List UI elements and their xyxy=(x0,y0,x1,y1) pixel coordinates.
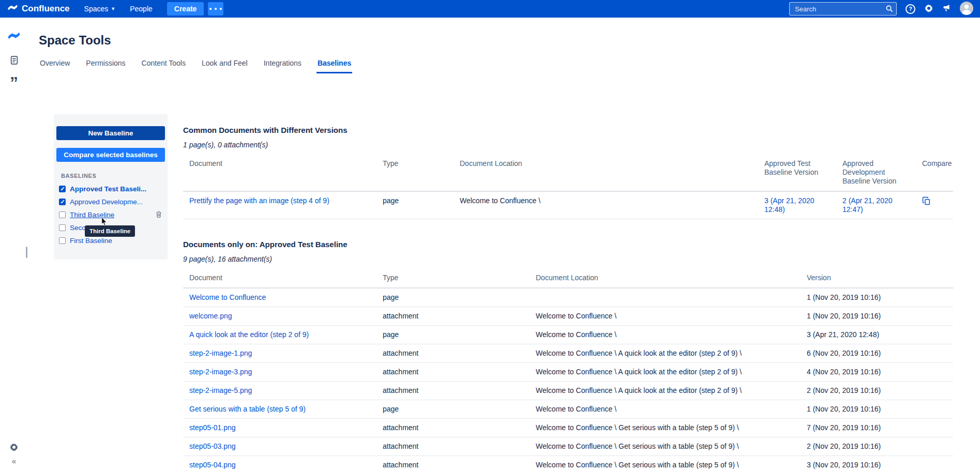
version-cell: 1 (Nov 20, 2019 10:16) xyxy=(801,307,953,326)
document-link[interactable]: step05-03.png xyxy=(189,442,236,450)
baseline-checkbox[interactable] xyxy=(59,237,66,244)
document-cell: step05-01.png xyxy=(183,419,376,437)
only-on-summary: 9 page(s), 16 attachment(s) xyxy=(183,255,953,263)
collapse-sidebar-icon[interactable]: « xyxy=(12,459,16,464)
type-cell: attachment xyxy=(376,419,530,437)
type-cell: attachment xyxy=(376,437,530,456)
space-sidebar: ” « xyxy=(0,18,28,471)
trash-icon xyxy=(155,210,162,220)
top-navbar: Confluence Spaces ▼ People Create ● ● ● … xyxy=(0,0,980,18)
compare-versions-button[interactable] xyxy=(922,196,931,207)
version-cell: 3 (Nov 20, 2019 10:16) xyxy=(801,456,953,471)
document-link[interactable]: Prettify the page with an image (step 4 … xyxy=(189,196,329,205)
settings-button[interactable] xyxy=(924,4,933,14)
table-row: Get serious with a table (step 5 of 9) p… xyxy=(183,400,953,419)
search-input[interactable] xyxy=(789,2,897,16)
type-cell: page xyxy=(376,191,454,219)
search-icon[interactable] xyxy=(885,5,893,14)
location-cell: Welcome to Confluence \ xyxy=(530,400,801,419)
space-settings-gear-icon[interactable] xyxy=(9,443,19,454)
col-compare: Compare xyxy=(916,156,953,191)
baseline-item: Approved Developme... xyxy=(56,195,165,208)
chevron-down-icon: ▼ xyxy=(111,6,115,11)
document-link[interactable]: step-2-image-5.png xyxy=(189,386,252,394)
nav-people[interactable]: People xyxy=(130,5,153,13)
baseline-checkbox[interactable] xyxy=(59,199,66,205)
tab-integrations[interactable]: Integrations xyxy=(263,59,303,73)
document-link[interactable]: Welcome to Confluence xyxy=(189,293,266,301)
more-menu-button[interactable]: ● ● ● xyxy=(208,2,223,16)
table-row: welcome.png attachment Welcome to Conflu… xyxy=(183,307,953,326)
nav-people-label: People xyxy=(130,5,153,13)
tab-content-tools[interactable]: Content Tools xyxy=(141,59,187,73)
baseline-link[interactable]: Third Baseline xyxy=(70,211,114,219)
nav-spaces[interactable]: Spaces ▼ xyxy=(84,5,116,13)
version-cell: 3 (Apr 21, 2020 12:48) xyxy=(801,326,953,344)
test-version-link[interactable]: 3 (Apr 21, 2020 12:48) xyxy=(764,196,815,214)
document-link[interactable]: Get serious with a table (step 5 of 9) xyxy=(189,405,306,413)
col-location: Document Location xyxy=(530,270,801,288)
search-box xyxy=(789,2,897,16)
blogs-quote-icon[interactable]: ” xyxy=(10,78,18,89)
location-cell: Welcome to Confluence \ xyxy=(530,307,801,326)
document-link[interactable]: welcome.png xyxy=(189,312,232,320)
document-cell: step05-04.png xyxy=(183,456,376,471)
col-test-version: Approved Test Baseline Version xyxy=(758,156,836,191)
document-link[interactable]: step05-04.png xyxy=(189,461,236,469)
col-type: Type xyxy=(376,270,530,288)
avatar-icon xyxy=(960,2,973,17)
baseline-link[interactable]: Approved Test Baseli... xyxy=(70,185,146,193)
baseline-tooltip: Third Baseline xyxy=(85,225,135,237)
document-link[interactable]: step-2-image-1.png xyxy=(189,349,252,357)
baseline-checkbox[interactable] xyxy=(59,224,66,231)
confluence-logo[interactable]: Confluence xyxy=(7,2,70,16)
table-row: step-2-image-3.png attachment Welcome to… xyxy=(183,363,953,382)
baseline-link[interactable]: First Baseline xyxy=(70,237,112,245)
col-document: Document xyxy=(183,270,376,288)
pages-icon[interactable] xyxy=(9,55,19,65)
megaphone-icon xyxy=(942,4,951,14)
compare-cell xyxy=(916,191,953,219)
document-link[interactable]: A quick look at the editor (step 2 of 9) xyxy=(189,330,309,339)
new-baseline-button[interactable]: New Baseline xyxy=(56,126,165,140)
tab-permissions[interactable]: Permissions xyxy=(85,59,126,73)
location-cell: Welcome to Confluence \ A quick look at … xyxy=(530,344,801,363)
user-avatar[interactable] xyxy=(960,2,973,17)
document-link[interactable]: step-2-image-3.png xyxy=(189,368,252,376)
type-cell: page xyxy=(376,400,530,419)
version-cell: 2 (Nov 20, 2019 10:16) xyxy=(801,382,953,400)
announcements-button[interactable] xyxy=(942,4,951,14)
document-cell: step-2-image-3.png xyxy=(183,363,376,382)
tab-look-and-feel[interactable]: Look and Feel xyxy=(201,59,249,73)
version-cell: 4 (Nov 20, 2019 10:16) xyxy=(801,363,953,382)
nav-spaces-label: Spaces xyxy=(84,5,109,13)
help-button[interactable]: ? xyxy=(906,4,915,14)
document-cell: Get serious with a table (step 5 of 9) xyxy=(183,400,376,419)
dev-version-link[interactable]: 2 (Apr 21, 2020 12:47) xyxy=(842,196,893,214)
document-cell: step-2-image-1.png xyxy=(183,344,376,363)
space-logo-icon[interactable] xyxy=(7,29,21,42)
sidebar-resize-handle[interactable] xyxy=(26,247,27,258)
compare-baselines-button[interactable]: Compare selected baselines xyxy=(56,148,165,162)
baselines-heading: BASELINES xyxy=(61,173,165,179)
delete-baseline-button[interactable] xyxy=(155,210,162,220)
version-cell: 1 (Nov 20, 2019 10:16) xyxy=(801,400,953,419)
location-cell: Welcome to Confluence \ Get serious with… xyxy=(530,437,801,456)
table-row: step05-01.png attachment Welcome to Conf… xyxy=(183,419,953,437)
col-location: Document Location xyxy=(454,156,758,191)
page-title: Space Tools xyxy=(39,33,980,48)
baseline-checkbox[interactable] xyxy=(59,211,66,218)
baselines-panel: New Baseline Compare selected baselines … xyxy=(54,114,168,260)
tab-baselines[interactable]: Baselines xyxy=(316,59,352,73)
document-cell: step-2-image-5.png xyxy=(183,382,376,400)
baseline-link[interactable]: Approved Developme... xyxy=(70,198,143,206)
document-cell: step05-03.png xyxy=(183,437,376,456)
document-link[interactable]: step05-01.png xyxy=(189,423,236,432)
type-cell: attachment xyxy=(376,363,530,382)
tab-overview[interactable]: Overview xyxy=(39,59,71,73)
table-row: Prettify the page with an image (step 4 … xyxy=(183,191,953,219)
table-row: Welcome to Confluence page 1 (Nov 20, 20… xyxy=(183,288,953,307)
create-button[interactable]: Create xyxy=(167,2,204,16)
baseline-checkbox[interactable] xyxy=(59,186,66,192)
table-row: step-2-image-5.png attachment Welcome to… xyxy=(183,382,953,400)
